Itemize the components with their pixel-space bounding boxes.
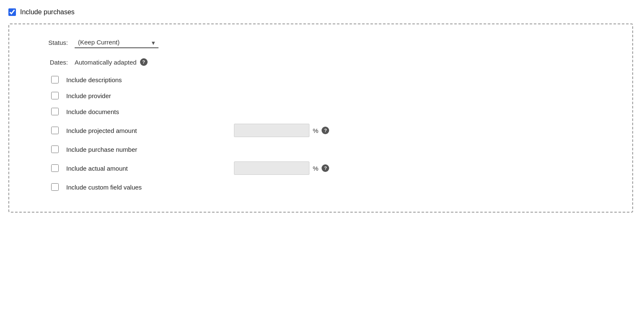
include-custom-field-values-label[interactable]: Include custom field values	[66, 184, 158, 191]
include-descriptions-row: Include descriptions	[51, 76, 615, 83]
include-actual-amount-row: Include actual amount % ?	[51, 161, 615, 175]
projected-amount-percent-wrapper: % ?	[234, 124, 329, 137]
include-projected-amount-label[interactable]: Include projected amount	[66, 127, 158, 134]
include-actual-amount-checkbox[interactable]	[51, 164, 59, 172]
include-purchase-number-checkbox[interactable]	[51, 146, 59, 153]
actual-amount-percent-input[interactable]	[234, 161, 309, 175]
include-custom-field-values-row: Include custom field values	[51, 183, 615, 191]
projected-amount-percent-input[interactable]	[234, 124, 309, 137]
include-descriptions-checkbox[interactable]	[51, 76, 59, 83]
dates-info: Automatically adapted ?	[75, 58, 148, 66]
projected-amount-percent-sign: %	[313, 127, 318, 134]
include-documents-label[interactable]: Include documents	[66, 108, 158, 115]
actual-amount-percent-wrapper: % ?	[234, 161, 329, 175]
include-provider-checkbox[interactable]	[51, 92, 59, 99]
include-purchase-number-label[interactable]: Include purchase number	[66, 146, 158, 153]
include-projected-amount-checkbox[interactable]	[51, 127, 59, 134]
include-custom-field-values-checkbox[interactable]	[51, 183, 59, 191]
status-select-wrapper: (Keep Current) Active Inactive Closed ▼	[75, 37, 158, 48]
include-documents-checkbox[interactable]	[51, 108, 59, 115]
include-provider-label[interactable]: Include provider	[66, 92, 158, 99]
include-purchases-label[interactable]: Include purchases	[20, 8, 75, 16]
include-purchases-row: Include purchases	[8, 8, 636, 16]
dates-label: Dates:	[34, 59, 68, 66]
checkboxes-section: Include descriptions Include provider In…	[34, 76, 615, 191]
include-purchase-number-row: Include purchase number	[51, 146, 615, 153]
automatically-adapted-text: Automatically adapted	[75, 59, 137, 66]
dates-row: Dates: Automatically adapted ?	[34, 58, 615, 66]
status-select[interactable]: (Keep Current) Active Inactive Closed	[75, 37, 158, 48]
status-row: Status: (Keep Current) Active Inactive C…	[34, 37, 615, 48]
actual-amount-help-icon[interactable]: ?	[322, 164, 329, 172]
include-documents-row: Include documents	[51, 108, 615, 115]
include-actual-amount-label[interactable]: Include actual amount	[66, 165, 158, 172]
projected-amount-help-icon[interactable]: ?	[322, 127, 329, 134]
include-projected-amount-row: Include projected amount % ?	[51, 124, 615, 137]
dates-help-icon[interactable]: ?	[140, 58, 148, 66]
include-purchases-checkbox[interactable]	[8, 8, 16, 16]
include-provider-row: Include provider	[51, 92, 615, 99]
status-label: Status:	[34, 39, 68, 46]
actual-amount-percent-sign: %	[313, 165, 318, 172]
include-descriptions-label[interactable]: Include descriptions	[66, 76, 158, 83]
purchases-options-panel: Status: (Keep Current) Active Inactive C…	[8, 23, 633, 213]
